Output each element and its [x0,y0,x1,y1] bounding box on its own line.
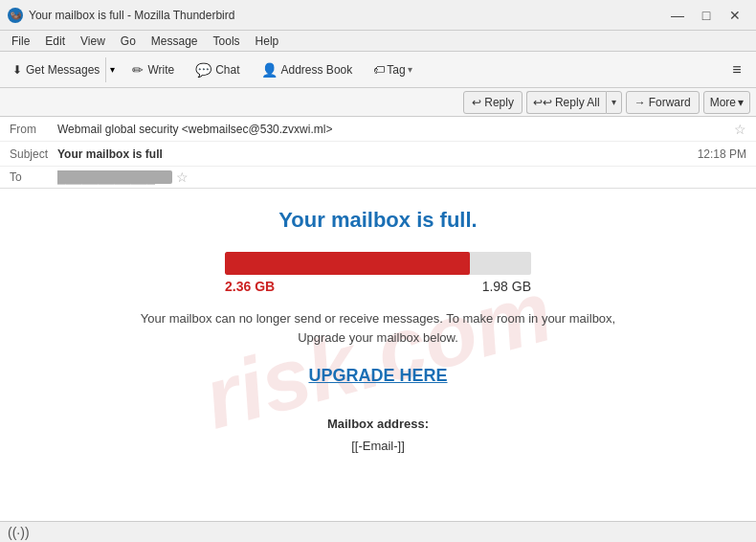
write-button[interactable]: ✏ Write [123,56,183,83]
reply-toolbar: ↩ Reply ↩↩ Reply All ▾ → Forward More ▾ [0,88,756,117]
forward-label: Forward [649,96,691,109]
chat-label: Chat [215,63,239,77]
menu-go[interactable]: Go [113,33,144,50]
star-icon[interactable]: ☆ [734,122,746,137]
maximize-button[interactable]: □ [693,5,720,26]
minimize-button[interactable]: — [664,5,691,26]
menu-tools[interactable]: Tools [206,33,248,50]
email-body: risk.com Your mailbox is full. 2.36 GB 1… [0,189,756,521]
chat-icon: 💬 [195,62,211,78]
upgrade-link[interactable]: UPGRADE HERE [308,366,447,386]
menu-edit[interactable]: Edit [37,33,73,50]
email-body-title: Your mailbox is full. [38,208,718,233]
mailbox-value: [[-Email-]] [351,439,405,453]
reply-all-label: Reply All [555,96,600,109]
window-controls: — □ ✕ [664,5,748,26]
mailbox-label: Mailbox address: [38,413,718,435]
app-icon: 🦦 [8,8,23,23]
title-bar: 🦦 Your mailbox is full - Mozilla Thunder… [0,0,756,31]
storage-labels: 2.36 GB 1.98 GB [225,279,531,294]
status-bar: ((·)) [0,521,756,542]
reply-button[interactable]: ↩ Reply [463,91,523,114]
menu-file[interactable]: File [4,33,37,50]
subject-value: Your mailbox is full [57,147,698,161]
menu-view[interactable]: View [73,33,113,50]
reply-all-button[interactable]: ↩↩ Reply All [526,91,606,114]
get-messages-icon: ⬇ [12,63,22,77]
mailbox-info: Mailbox address: [[-Email-]] [38,413,718,458]
email-header: ↩ Reply ↩↩ Reply All ▾ → Forward More ▾ … [0,88,756,189]
tag-label: Tag [387,63,405,77]
forward-button[interactable]: → Forward [626,91,700,114]
status-icon: ((·)) [8,525,30,540]
to-label: To [10,170,57,184]
email-body-inner: Your mailbox is full. 2.36 GB 1.98 GB Yo… [0,189,756,521]
more-label: More [710,96,736,109]
reply-all-icon: ↩↩ [533,96,552,109]
tag-icon: 🏷 [373,63,385,77]
storage-used: 2.36 GB [225,279,275,294]
tag-dropdown-arrow: ▾ [408,64,412,75]
get-messages-group[interactable]: ⬇ Get Messages ▾ [6,56,120,83]
window-title: Your mailbox is full - Mozilla Thunderbi… [29,9,664,22]
menu-bar: File Edit View Go Message Tools Help [0,31,756,52]
reply-icon: ↩ [472,96,481,109]
reply-all-group: ↩↩ Reply All ▾ [526,91,622,114]
more-button[interactable]: More ▾ [703,91,750,114]
to-star-icon[interactable]: ☆ [176,169,189,185]
chat-button[interactable]: 💬 Chat [187,56,248,83]
write-label: Write [147,63,174,77]
subject-row: Subject Your mailbox is full 12:18 PM [0,142,756,167]
storage-bar-background [225,252,531,275]
hamburger-menu-button[interactable]: ≡ [723,56,750,83]
address-book-button[interactable]: 👤 Address Book [253,56,362,83]
more-arrow-icon: ▾ [738,96,744,109]
from-value: Webmail global security <webmailsec@530.… [57,123,730,136]
from-label: From [10,123,57,136]
menu-help[interactable]: Help [248,33,287,50]
address-book-icon: 👤 [261,62,278,78]
close-button[interactable]: ✕ [722,5,748,26]
to-row: To ████████████ ☆ [0,167,756,188]
subject-label: Subject [10,147,57,161]
reply-all-dropdown[interactable]: ▾ [606,91,622,114]
from-row: From Webmail global security <webmailsec… [0,117,756,142]
write-icon: ✏ [132,62,144,78]
get-messages-label: Get Messages [26,63,100,77]
get-messages-button[interactable]: ⬇ Get Messages [7,57,105,82]
storage-total: 1.98 GB [482,279,531,294]
forward-icon: → [634,96,646,109]
tag-button[interactable]: 🏷 Tag ▾ [365,56,420,83]
menu-message[interactable]: Message [144,33,206,50]
storage-bar-container: 2.36 GB 1.98 GB [225,252,531,294]
toolbar: ⬇ Get Messages ▾ ✏ Write 💬 Chat 👤 Addres… [0,52,756,88]
address-book-label: Address Book [281,63,353,77]
get-messages-dropdown[interactable]: ▾ [105,57,119,82]
storage-bar-fill [225,252,470,275]
to-value: ████████████ [57,170,172,184]
reply-label: Reply [484,96,514,109]
email-time: 12:18 PM [698,147,746,161]
email-description: Your mailbox can no longer send or recei… [129,309,627,347]
email-content: Your mailbox is full. 2.36 GB 1.98 GB Yo… [38,208,718,458]
